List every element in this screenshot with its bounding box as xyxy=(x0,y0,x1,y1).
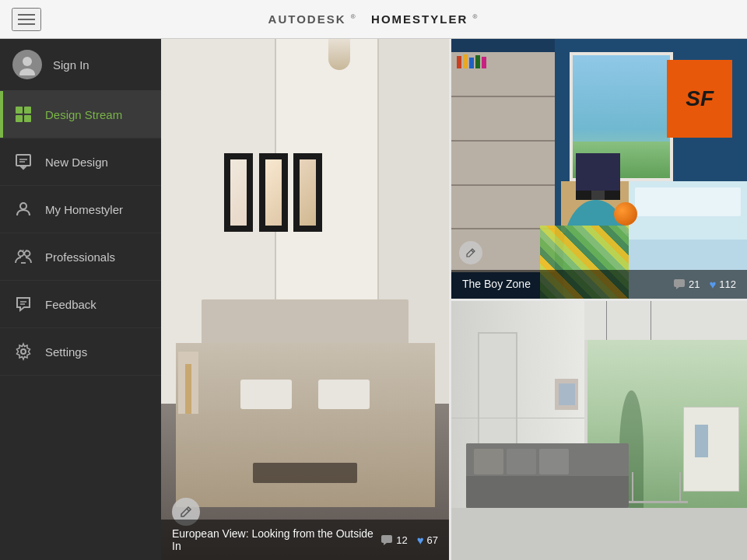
title-reg: ® xyxy=(472,13,479,20)
sofa-pillow-1 xyxy=(474,449,503,474)
design-stream-icon xyxy=(12,103,34,125)
top-right-card-stats: 21 ♥ 112 xyxy=(673,278,736,291)
shelf-books xyxy=(457,54,486,68)
sidebar-item-settings[interactable]: Settings xyxy=(0,328,161,376)
my-homestyler-icon xyxy=(12,198,34,220)
title-tm: ® xyxy=(351,13,357,20)
sidebar-item-my-homestyler[interactable]: My Homestyler xyxy=(0,186,161,233)
signin-label: Sign In xyxy=(53,58,89,72)
wall-divider xyxy=(451,418,584,418)
title-prefix: AUTODESK xyxy=(268,12,346,26)
wall-panel xyxy=(478,332,517,457)
table-leg-1 xyxy=(632,472,633,503)
bz-monitor xyxy=(576,153,620,200)
sidebar-item-professionals[interactable]: Professionals xyxy=(0,233,161,281)
avatar-icon xyxy=(16,54,38,75)
avatar xyxy=(12,50,42,79)
svg-rect-2 xyxy=(16,107,23,114)
heart-icon-top: ♥ xyxy=(709,278,716,291)
house-floor xyxy=(451,508,747,560)
boy-zone-scene: SF xyxy=(451,39,747,299)
svg-point-11 xyxy=(19,251,24,257)
chat-icon-top xyxy=(673,278,686,289)
left-likes: ♥ 67 xyxy=(417,534,438,547)
artwork-2 xyxy=(259,153,288,232)
left-design-card[interactable]: European View: Looking from the Outside … xyxy=(161,39,451,560)
left-comments: 12 xyxy=(381,534,407,546)
svg-rect-19 xyxy=(381,535,392,543)
left-comments-count: 12 xyxy=(396,534,407,546)
svg-point-0 xyxy=(23,57,32,66)
artwork-1 xyxy=(224,153,253,232)
svg-point-10 xyxy=(20,203,26,209)
app-title: AUTODESK ® HOMESTYLER ® xyxy=(268,12,479,26)
svg-rect-21 xyxy=(674,279,685,287)
wall-art xyxy=(555,379,578,410)
feedback-icon xyxy=(12,293,34,315)
sidebar-signin[interactable]: Sign In xyxy=(0,39,161,91)
side-table-left xyxy=(178,352,198,414)
svg-point-12 xyxy=(25,251,30,257)
svg-line-18 xyxy=(187,509,189,511)
chat-icon xyxy=(381,534,393,545)
shelf-line-3 xyxy=(451,184,555,186)
bed xyxy=(176,299,435,518)
house-sofa xyxy=(466,443,629,508)
app-header: AUTODESK ® HOMESTYLER ® xyxy=(0,0,747,39)
left-card-title: European View: Looking from the Outside … xyxy=(172,527,381,552)
left-likes-count: 67 xyxy=(427,534,438,546)
sofa-pillow-3 xyxy=(539,449,569,474)
left-card-stats: 12 ♥ 67 xyxy=(381,534,438,547)
right-panel: SF xyxy=(451,39,747,560)
title-bold: HOMESTYLER xyxy=(371,12,468,26)
main-content: European View: Looking from the Outside … xyxy=(161,39,747,560)
top-right-likes-count: 112 xyxy=(719,278,736,290)
pendant-lamp xyxy=(328,39,337,70)
shelf-line-1 xyxy=(451,96,555,97)
svg-line-20 xyxy=(472,250,474,252)
top-right-edit-badge[interactable] xyxy=(459,241,482,264)
sidebar-item-feedback[interactable]: Feedback xyxy=(0,281,161,328)
sidebar-item-label: Feedback xyxy=(45,298,96,311)
top-right-card[interactable]: SF xyxy=(451,39,747,301)
svg-rect-6 xyxy=(16,155,30,166)
house-scene xyxy=(451,301,747,561)
top-right-card-overlay: The Boy Zone 21 ♥ 112 xyxy=(451,270,747,299)
sidebar-item-label: New Design xyxy=(45,156,108,169)
bedroom-scene xyxy=(161,39,449,560)
sidebar-item-new-design[interactable]: New Design xyxy=(0,138,161,186)
svg-point-1 xyxy=(19,68,35,75)
sidebar-item-label: Professionals xyxy=(45,250,115,264)
sidebar-item-label: Settings xyxy=(45,345,87,359)
sofa-pillow-2 xyxy=(507,449,536,474)
svg-rect-5 xyxy=(24,115,31,122)
new-design-icon xyxy=(12,151,34,173)
heart-icon: ♥ xyxy=(417,534,424,547)
exterior-house xyxy=(683,407,739,491)
svg-rect-3 xyxy=(24,107,31,114)
shelf-line-2 xyxy=(451,140,555,142)
top-right-card-title: The Boy Zone xyxy=(462,278,673,290)
svg-point-17 xyxy=(21,349,26,354)
sidebar-item-label: Design Stream xyxy=(45,108,122,121)
left-card-overlay: European View: Looking from the Outside … xyxy=(161,520,449,560)
top-right-likes: ♥ 112 xyxy=(709,278,736,291)
sidebar-item-design-stream[interactable]: Design Stream xyxy=(0,91,161,138)
bz-bed-pillow xyxy=(635,187,742,217)
top-right-comments: 21 xyxy=(673,278,700,290)
top-right-comments-count: 21 xyxy=(689,278,700,290)
sidebar-item-label: My Homestyler xyxy=(45,203,123,216)
artwork-3 xyxy=(293,153,322,232)
hamburger-button[interactable] xyxy=(12,8,41,31)
svg-rect-4 xyxy=(16,115,23,122)
professionals-icon xyxy=(12,246,34,268)
bottom-right-card[interactable] xyxy=(451,301,747,561)
settings-icon xyxy=(12,341,34,362)
table-leg-2 xyxy=(679,472,681,503)
sidebar: Sign In Design Stream New Design xyxy=(0,39,161,560)
bz-sf-logo: SF xyxy=(667,60,732,138)
